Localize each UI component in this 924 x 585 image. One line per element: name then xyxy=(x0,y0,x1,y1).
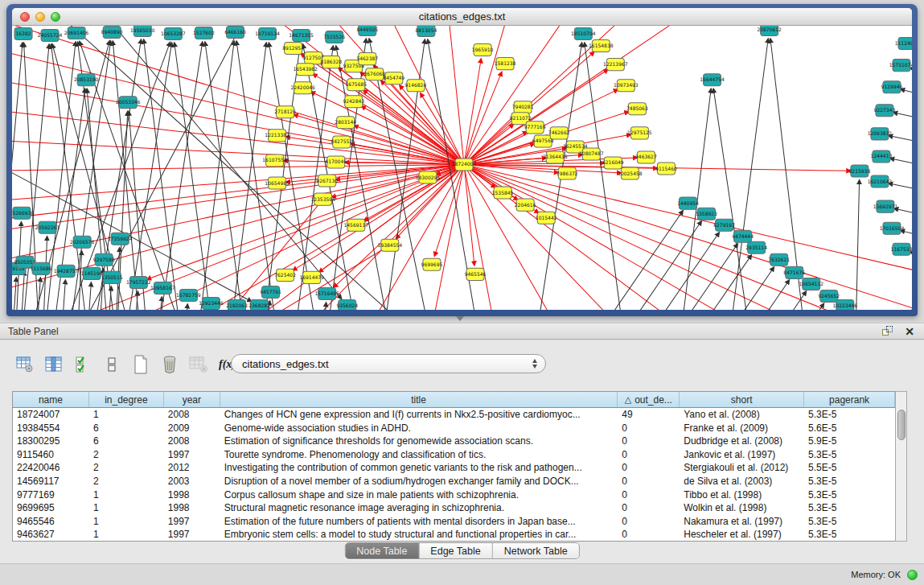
graph-node[interactable]: 24055724 xyxy=(38,30,63,42)
graph-node[interactable]: 9777169 xyxy=(524,122,546,134)
graph-node[interactable]: 17957222 xyxy=(126,276,151,288)
graph-node[interactable]: 20853190 xyxy=(74,74,99,86)
float-window-icon[interactable] xyxy=(882,326,893,336)
graph-node[interactable]: 10654112 xyxy=(799,278,824,290)
graph-node[interactable]: 20053346 xyxy=(116,97,141,109)
column-header-pagerank[interactable]: pagerank xyxy=(804,392,895,407)
graph-node[interactable]: 19428757 xyxy=(54,265,79,277)
graph-node[interactable]: 20691406 xyxy=(64,27,89,39)
graph-node[interactable]: 9356024 xyxy=(336,299,358,310)
graph-node[interactable]: 16644754 xyxy=(700,74,725,86)
table-row[interactable]: 2242004622012Investigating the contribut… xyxy=(13,461,895,475)
scrollbar-thumb[interactable] xyxy=(897,410,906,440)
graph-node[interactable]: 2192063 xyxy=(226,299,248,310)
graph-node[interactable]: 5358923 xyxy=(696,208,717,220)
graph-node[interactable]: 10958167 xyxy=(150,282,175,294)
graph-node[interactable]: 20870612 xyxy=(757,26,782,36)
graph-node[interactable]: 9297588 xyxy=(93,253,115,266)
graph-node[interactable]: 1965910 xyxy=(472,44,494,56)
graph-node[interactable]: 8471676 xyxy=(783,266,805,278)
graph-node[interactable]: 18724007 xyxy=(452,159,477,171)
graph-node[interactable]: 7632621 xyxy=(768,253,790,266)
graph-node[interactable]: 2368281 xyxy=(248,299,270,310)
graph-node[interactable]: 9146824 xyxy=(405,80,427,92)
graph-node[interactable]: 9242843 xyxy=(343,96,364,108)
graph-node[interactable]: 1350515 xyxy=(101,271,123,283)
network-svg[interactable]: 1638224055724206914068940890195650101065… xyxy=(12,26,912,310)
graph-node[interactable]: 2676068 xyxy=(363,68,385,80)
graph-node[interactable]: 1145194 xyxy=(81,267,103,279)
table-row[interactable]: 1938455462009Genome-wide association stu… xyxy=(13,422,895,435)
memory-ok-icon[interactable] xyxy=(907,570,918,580)
splitter-grip-icon[interactable] xyxy=(456,316,464,321)
tab-edge-table[interactable]: Edge Table xyxy=(419,543,492,558)
table-settings-icon[interactable] xyxy=(14,355,35,375)
table-row[interactable]: 946362711997Embryonic stem cells: a mode… xyxy=(13,528,895,542)
column-header-short[interactable]: short xyxy=(680,392,804,407)
table-row[interactable]: 1456911722003Disruption of a novel membe… xyxy=(13,475,895,488)
graph-node[interactable]: 1440954 xyxy=(677,197,699,209)
graph-node[interactable]: 1244413 xyxy=(871,150,893,163)
graph-node[interactable]: 9699695 xyxy=(421,258,443,270)
graph-node[interactable]: 1167533 xyxy=(891,243,912,255)
graph-node[interactable]: 6216049 xyxy=(602,157,624,169)
graph-node[interactable]: 9129946 xyxy=(881,81,903,93)
graph-node[interactable]: 21364436 xyxy=(543,151,568,163)
graph-node[interactable]: 10807487 xyxy=(579,148,604,160)
graph-node[interactable]: 8215938 xyxy=(849,165,871,177)
graph-node[interactable]: 10719134 xyxy=(255,28,280,40)
graph-node[interactable]: 12213382 xyxy=(265,130,290,142)
close-window-icon[interactable] xyxy=(20,12,30,22)
column-header-year[interactable]: year xyxy=(164,392,220,407)
graph-node[interactable]: 1015442 xyxy=(536,212,557,224)
graph-node[interactable]: 9457791 xyxy=(260,286,281,298)
graph-node[interactable]: 16914479 xyxy=(299,271,324,283)
column-header-title[interactable]: title xyxy=(220,392,618,407)
graph-node[interactable]: 18510704 xyxy=(571,28,596,40)
graph-node[interactable]: 7940281 xyxy=(512,101,534,113)
column-header-out_de[interactable]: △out_de... xyxy=(618,392,680,407)
graph-node[interactable]: 9115460 xyxy=(655,163,677,175)
graph-node[interactable]: 14569117 xyxy=(343,219,368,231)
table-row[interactable]: 977716911998Corpus callosum shape and si… xyxy=(13,488,895,502)
graph-node[interactable]: 7625402 xyxy=(274,269,296,281)
graph-node[interactable]: 15751074 xyxy=(889,60,912,72)
graph-node[interactable]: 8186328 xyxy=(320,56,342,68)
graph-node[interactable]: 9474444 xyxy=(732,230,754,242)
graph-node[interactable]: 1535845 xyxy=(492,187,514,199)
row-height-icon[interactable] xyxy=(101,355,121,375)
graph-node[interactable]: 6279197 xyxy=(713,219,735,231)
table-row[interactable]: 969969511998Structural magnetic resonanc… xyxy=(13,501,895,515)
network-view-window[interactable]: citations_edges.txt 16382240557242069140… xyxy=(6,4,918,316)
graph-node[interactable]: 12213967 xyxy=(603,59,628,71)
network-graph-canvas[interactable]: 1638224055724206914068940890195650101065… xyxy=(12,26,912,310)
graph-node[interactable]: 16382 xyxy=(14,28,32,40)
table-row[interactable]: 1872400712008Changes of HCN gene express… xyxy=(13,408,895,422)
graph-node[interactable]: 2803144 xyxy=(335,117,356,129)
graph-node[interactable]: 12353594 xyxy=(310,193,335,205)
column-header-name[interactable]: name xyxy=(13,392,89,407)
graph-node[interactable]: 7462662 xyxy=(548,127,570,139)
graph-node[interactable]: 16154838 xyxy=(589,40,614,52)
delete-column-icon[interactable] xyxy=(159,355,179,375)
graph-node[interactable]: 7515526 xyxy=(323,31,345,43)
graph-node[interactable]: 10653287 xyxy=(161,28,186,40)
graph-node[interactable]: 17359924 xyxy=(108,233,133,245)
graph-node[interactable]: 2935114 xyxy=(745,241,767,253)
graph-node[interactable]: 10223446 xyxy=(833,299,858,310)
graph-node[interactable]: 5675685 xyxy=(345,79,367,91)
graph-node[interactable]: 18300295 xyxy=(416,171,441,183)
graph-node[interactable]: 19384554 xyxy=(378,239,403,251)
graph-node[interactable]: 16107554 xyxy=(262,154,287,167)
tab-network-table[interactable]: Network Table xyxy=(493,543,579,558)
graph-node[interactable]: 9465546 xyxy=(465,268,487,280)
graph-node[interactable]: 8427552 xyxy=(331,136,352,148)
graph-node[interactable]: 12093832 xyxy=(868,128,893,140)
select-columns-icon[interactable] xyxy=(72,355,92,375)
graph-node[interactable]: 1527602 xyxy=(193,27,215,39)
graph-node[interactable]: 16210643 xyxy=(868,175,893,187)
graph-node[interactable]: 2204616 xyxy=(515,199,536,211)
new-column-icon[interactable] xyxy=(130,355,150,375)
graph-node[interactable]: 15692971 xyxy=(873,200,898,212)
graph-node[interactable]: 20592261 xyxy=(35,221,60,233)
